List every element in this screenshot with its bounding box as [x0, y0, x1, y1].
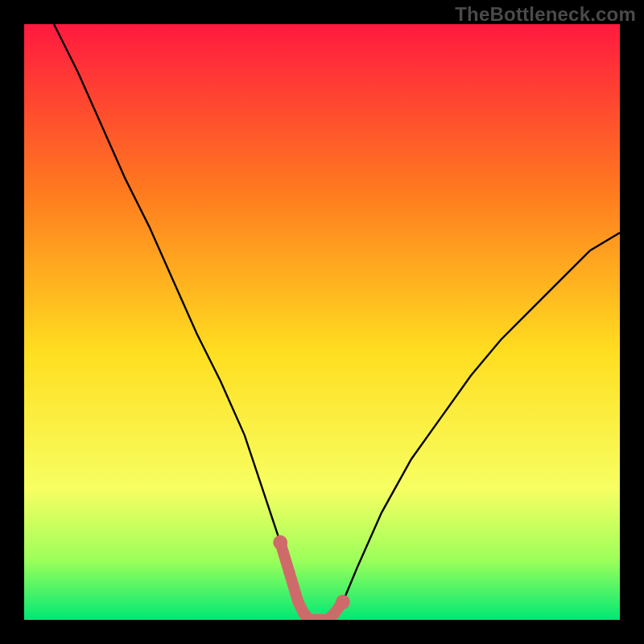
optimal-zone-point	[273, 535, 287, 550]
chart-frame: TheBottleneck.com	[0, 0, 644, 644]
gradient-background	[24, 24, 620, 620]
plot-area	[24, 24, 620, 620]
optimal-zone-point	[328, 609, 340, 620]
optimal-zone-point	[292, 597, 303, 608]
optimal-zone-point	[283, 567, 295, 578]
optimal-zone-point	[336, 595, 350, 609]
watermark-text: TheBottleneck.com	[455, 3, 636, 26]
bottleneck-chart	[24, 24, 620, 620]
